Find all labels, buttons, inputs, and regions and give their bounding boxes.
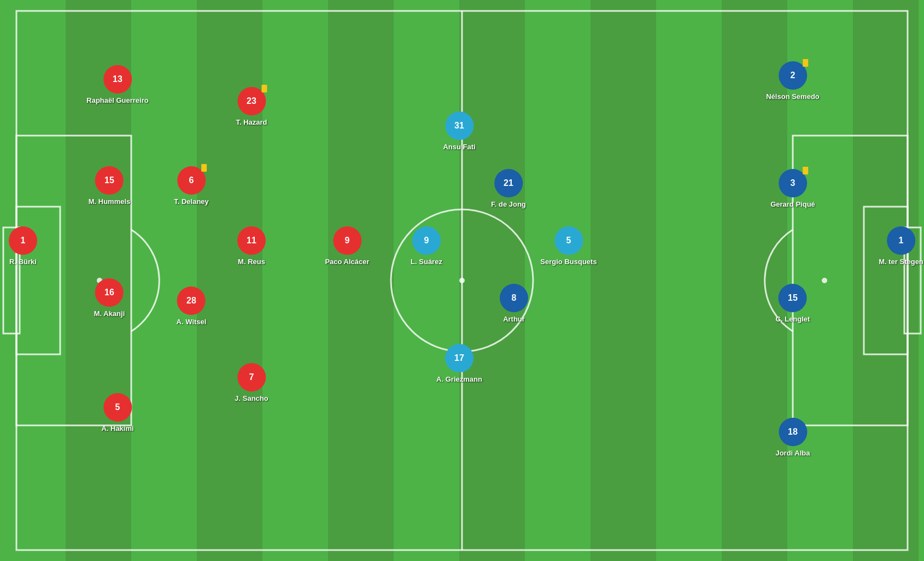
- svg-rect-8: [919, 0, 924, 561]
- player-dejong: 21 F. de Jong: [491, 169, 526, 208]
- player-semedo: 2 Nélson Semedo: [766, 61, 820, 101]
- svg-rect-1: [0, 0, 66, 561]
- player-arthur: 8 Arthur: [500, 284, 528, 323]
- yellow-card-delaney: [201, 164, 207, 172]
- player-busquets: 5 Sergio Busquets: [540, 226, 596, 266]
- player-suarez: 9 L. Suárez: [411, 226, 442, 266]
- yellow-card-hazard: [261, 85, 267, 92]
- player-sancho: 7 J. Sancho: [235, 363, 268, 402]
- player-guerreiro: 13 Raphaël Guerreiro: [86, 65, 148, 104]
- player-pique: 3 Gerard Piqué: [770, 169, 815, 208]
- player-akanji: 16 M. Akanji: [94, 278, 125, 318]
- player-burki: 1 R. Bürki: [9, 226, 37, 266]
- player-terstegen: 1 M. ter Stegen: [879, 226, 923, 266]
- player-alba: 18 Jordi Alba: [775, 418, 810, 457]
- yellow-card-semedo: [803, 59, 808, 67]
- player-ansufati: 31 Ansu Fati: [443, 112, 475, 151]
- svg-rect-6: [656, 0, 722, 561]
- svg-rect-3: [262, 0, 328, 561]
- player-hakimi: 5 A. Hakimi: [101, 393, 133, 433]
- player-hummels: 15 M. Hummels: [89, 166, 131, 206]
- svg-point-12: [459, 278, 465, 283]
- player-reus: 11 M. Reus: [237, 226, 266, 266]
- yellow-card-pique: [803, 167, 808, 174]
- player-delaney: 6 T. Delaney: [174, 166, 209, 206]
- player-griezmann: 17 A. Griezmann: [436, 344, 482, 383]
- player-witsel: 28 A. Witsel: [177, 287, 207, 326]
- football-pitch: 1 R. Bürki 13 Raphaël Guerreiro 15 M. Hu…: [0, 0, 924, 561]
- svg-point-20: [822, 278, 827, 283]
- svg-rect-4: [394, 0, 459, 561]
- player-lenglet: 15 C. Lenglet: [776, 284, 810, 323]
- player-alcacer: 9 Paco Alcácer: [325, 226, 369, 266]
- player-hazard: 23 T. Hazard: [236, 87, 267, 126]
- svg-rect-5: [525, 0, 590, 561]
